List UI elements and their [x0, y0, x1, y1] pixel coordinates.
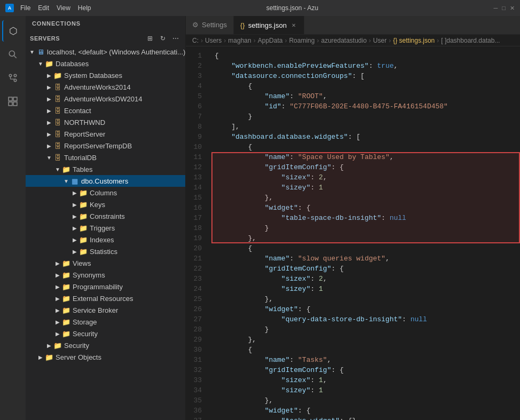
tree-item-reportservertempdb[interactable]: 🗄 ReportServerTempDB [26, 140, 185, 152]
tree-item-statistics[interactable]: 📁 Statistics [26, 245, 185, 257]
activity-bar: ⬡ [0, 16, 26, 420]
settings-json-tab-label: settings.json [248, 21, 287, 29]
connections-activity-icon[interactable]: ⬡ [2, 20, 23, 42]
breadcrumb-users[interactable]: Users [205, 37, 222, 44]
sidebar: CONNECTIONS SERVERS ⊞ ↻ ⋯ 🖥 localhost, <… [26, 16, 186, 420]
code-line-19: 19 }, [186, 233, 520, 243]
code-line-1: 1 { [186, 51, 520, 61]
code-line-4: 4 { [186, 81, 520, 91]
tutorialdb-label: TutorialDB [64, 154, 97, 162]
minimize-btn[interactable]: ─ [494, 5, 498, 12]
externalresources-label: External Resources [73, 295, 133, 303]
tree-item-adventureworks[interactable]: 🗄 AdventureWorks2014 [26, 81, 185, 93]
window-title: settings.json - Azu [266, 4, 318, 12]
reportserver-label: ReportServer [64, 130, 105, 138]
breadcrumb-user[interactable]: User [373, 37, 387, 44]
code-line-21: 21 "name": "slow queries widget", [186, 253, 520, 264]
folder-triggers-icon: 📁 [79, 224, 88, 232]
search-activity-icon[interactable] [2, 44, 23, 65]
tree-item-dbocustomers[interactable]: ▦ dbo.Customers [26, 175, 185, 187]
breadcrumb-settings-json[interactable]: {} settings.json [393, 37, 435, 44]
tree-arrow-columns [70, 188, 79, 197]
refresh-btn[interactable]: ↻ [157, 33, 168, 44]
db-adventureworksdw-icon: 🗄 [53, 94, 62, 103]
tree-item-serverobjects[interactable]: 📁 Server Objects [26, 351, 185, 363]
tree-item-indexes[interactable]: 📁 Indexes [26, 234, 185, 245]
tree-arrow-synonyms [53, 271, 62, 279]
tree-arrow-storage [53, 318, 62, 326]
extensions-activity-icon[interactable] [2, 91, 23, 112]
breadcrumb-appdata[interactable]: AppData [258, 37, 283, 44]
svg-rect-9 [9, 102, 12, 106]
adventureworks-label: AdventureWorks2014 [64, 83, 131, 91]
tab-settings[interactable]: ⚙ Settings [186, 16, 234, 34]
tree-item-security2[interactable]: 📁 Security [26, 339, 185, 351]
tree-arrow-constraints [70, 212, 79, 220]
code-editor[interactable]: 1 { 2 "workbench.enablePreviewFeatures":… [186, 46, 520, 420]
svg-rect-10 [13, 102, 17, 106]
code-line-29: 29 }, [186, 335, 520, 345]
tree-item-security1[interactable]: 📁 Security [26, 328, 185, 339]
code-line-13: 13 "sizex": 2, [186, 172, 520, 183]
tree-item-storage[interactable]: 📁 Storage [26, 316, 185, 328]
tree-item-synonyms[interactable]: 📁 Synonyms [26, 269, 185, 281]
code-line-8: 8 ], [186, 122, 520, 132]
tree-item-databases[interactable]: 📁 Databases [26, 58, 185, 69]
menu-file[interactable]: File [20, 4, 30, 12]
tree-arrow-reportservertempdb [45, 141, 53, 150]
breadcrumb-c[interactable]: C: [192, 37, 199, 44]
tree-item-tables[interactable]: 📁 Tables [26, 163, 185, 175]
tab-settings-json[interactable]: {} settings.json ✕ [234, 16, 304, 34]
storage-label: Storage [73, 318, 97, 326]
app-icon: A [5, 4, 14, 12]
new-connection-btn[interactable]: ⊞ [145, 33, 155, 44]
tree-item-servicebroker[interactable]: 📁 Service Broker [26, 304, 185, 316]
settings-json-tab-close[interactable]: ✕ [290, 21, 297, 29]
tree-item-views[interactable]: 📁 Views [26, 257, 185, 269]
econtact-label: Econtact [64, 107, 91, 115]
tree-item-triggers[interactable]: 📁 Triggers [26, 222, 185, 234]
db-northwnd-icon: 🗄 [53, 118, 62, 126]
menu-view[interactable]: View [57, 4, 70, 12]
tree-item-constraints[interactable]: 📁 Constraints [26, 210, 185, 222]
folder-synonyms-icon: 📁 [62, 271, 70, 279]
tree-item-localhost[interactable]: 🖥 localhost, <default> (Windows Authenti… [26, 46, 185, 58]
folder-views-icon: 📁 [62, 259, 70, 267]
more-btn[interactable]: ⋯ [170, 33, 181, 44]
folder-serverobjects-icon: 📁 [45, 353, 53, 361]
localhost-label: localhost, <default> (Windows Authentica… [47, 48, 185, 56]
tree-item-econtact[interactable]: 🗄 Econtact [26, 105, 185, 116]
statistics-label: Statistics [90, 248, 117, 256]
maximize-btn[interactable]: □ [502, 5, 506, 12]
menu-edit[interactable]: Edit [38, 4, 49, 12]
menu-help[interactable]: Help [78, 4, 91, 12]
tree-item-adventureworksdw[interactable]: 🗄 AdventureWorksDW2014 [26, 93, 185, 105]
code-line-10: 10 { [186, 142, 520, 152]
breadcrumb-maghan[interactable]: maghan [228, 37, 251, 44]
close-btn[interactable]: ✕ [510, 5, 515, 12]
svg-point-4 [14, 74, 17, 77]
tree-item-columns[interactable]: 📁 Columns [26, 187, 185, 199]
table-dbocustomers-icon: ▦ [70, 177, 79, 185]
triggers-label: Triggers [90, 224, 115, 232]
breadcrumb-azuredatastudio[interactable]: azuredatastudio [321, 37, 366, 44]
code-line-37: 37 "tasks-widget": {} [186, 416, 520, 420]
programmability-label: Programmability [73, 283, 123, 291]
tree-item-programmability[interactable]: 📁 Programmability [26, 281, 185, 292]
tree-arrow-adventureworksdw [45, 94, 53, 103]
breadcrumb-dashboard[interactable]: [ ]dashboard.datab... [441, 37, 500, 44]
tree-item-northwnd[interactable]: 🗄 NORTHWND [26, 116, 185, 128]
tree-arrow-triggers [70, 224, 79, 232]
tree-item-reportserver[interactable]: 🗄 ReportServer [26, 128, 185, 140]
tree-arrow-security2 [45, 341, 53, 350]
tree-item-tutorialdb[interactable]: 🗄 TutorialDB [26, 152, 185, 163]
folder-servicebroker-icon: 📁 [62, 306, 70, 314]
breadcrumb-roaming[interactable]: Roaming [289, 37, 314, 44]
folder-keys-icon: 📁 [79, 200, 88, 209]
tables-label: Tables [73, 165, 93, 173]
code-line-31: 31 "name": "Tasks", [186, 355, 520, 365]
source-control-activity-icon[interactable] [2, 67, 23, 89]
tree-item-externalresources[interactable]: 📁 External Resources [26, 292, 185, 304]
tree-item-systemdbs[interactable]: 📁 System Databases [26, 69, 185, 81]
tree-item-keys[interactable]: 📁 Keys [26, 199, 185, 210]
